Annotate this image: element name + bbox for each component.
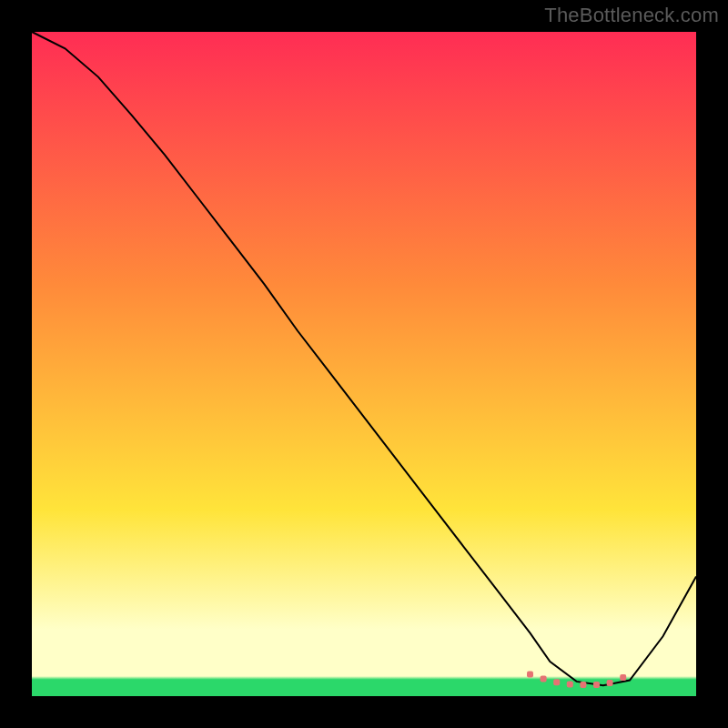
valley-marker xyxy=(567,681,573,687)
valley-marker xyxy=(620,674,626,681)
valley-marker xyxy=(541,676,547,682)
valley-marker xyxy=(527,671,533,677)
bottleneck-chart xyxy=(0,0,728,728)
valley-marker xyxy=(580,682,586,688)
valley-marker xyxy=(593,682,600,688)
valley-marker xyxy=(553,679,560,685)
valley-marker xyxy=(607,680,613,686)
plot-background xyxy=(32,32,696,696)
attribution-label: TheBottleneck.com xyxy=(544,4,719,27)
